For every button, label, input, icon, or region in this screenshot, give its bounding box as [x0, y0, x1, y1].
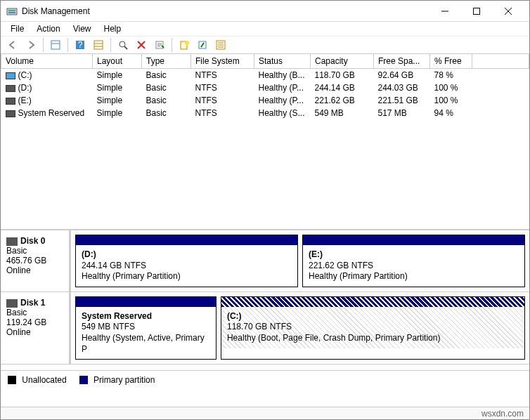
wizard-button[interactable]: [195, 37, 210, 53]
partition-cap: [76, 297, 216, 307]
window-title: Disk Management: [22, 6, 429, 16]
back-button[interactable]: [5, 37, 20, 53]
table-row[interactable]: (D:)SimpleBasicNTFSHealthy (P...244.14 G…: [1, 81, 529, 94]
cell-volume: (C:): [18, 70, 32, 80]
cell-type: Basic: [142, 81, 191, 94]
disk-graphical-view[interactable]: Disk 0Basic465.76 GBOnline(D:)244.14 GB …: [1, 230, 529, 370]
cell-status: Healthy (B...: [254, 69, 311, 82]
title-bar: Disk Management: [1, 1, 529, 22]
cell-type: Basic: [142, 94, 191, 107]
unallocated-swatch: [8, 376, 16, 384]
status-bar: wsxdn.com: [1, 407, 529, 419]
disk-state: Online: [6, 327, 63, 337]
cell-fs: NTFS: [191, 81, 254, 94]
partition[interactable]: System Reserved549 MB NTFSHealthy (Syste…: [75, 296, 216, 360]
cell-layout: Simple: [93, 69, 142, 82]
cell-volume: (D:): [18, 83, 32, 93]
col-empty[interactable]: [472, 54, 529, 69]
drive-icon: [6, 85, 15, 92]
cell-free: 92.64 GB: [374, 69, 430, 82]
partition-label: (C:): [227, 311, 519, 322]
show-hide-button[interactable]: [48, 37, 63, 53]
menu-action[interactable]: Action: [31, 22, 65, 35]
col-fs[interactable]: File System: [191, 54, 254, 69]
legend-primary: Primary partition: [79, 375, 155, 385]
cell-layout: Simple: [93, 81, 142, 94]
partition-desc: Healthy (Primary Partition): [82, 271, 292, 282]
toolbar: ?: [1, 36, 529, 54]
drive-icon: [6, 72, 15, 79]
delete-button[interactable]: [134, 37, 149, 53]
svg-rect-11: [94, 41, 103, 49]
maximize-button[interactable]: [460, 1, 492, 21]
svg-rect-2: [8, 12, 15, 13]
svg-rect-1: [8, 10, 15, 11]
partition-sub: 549 MB NTFS: [82, 322, 210, 333]
disk-icon: [6, 299, 18, 308]
disk-header[interactable]: Disk 0Basic465.76 GBOnline: [1, 230, 71, 291]
col-volume[interactable]: Volume: [1, 54, 93, 69]
disk-icon: [6, 237, 18, 246]
partition[interactable]: (C:)118.70 GB NTFSHealthy (Boot, Page Fi…: [221, 296, 525, 360]
cell-capacity: 118.70 GB: [311, 69, 374, 82]
drive-icon: [6, 98, 15, 105]
table-row[interactable]: (C:)SimpleBasicNTFSHealthy (B...118.70 G…: [1, 69, 529, 82]
disk-name: Disk 0: [20, 236, 45, 246]
col-pct[interactable]: % Free: [430, 54, 472, 69]
partition[interactable]: (E:)221.62 GB NTFSHealthy (Primary Parti…: [302, 235, 525, 287]
drive-icon: [6, 110, 15, 117]
col-free[interactable]: Free Spa...: [374, 54, 430, 69]
svg-point-20: [185, 41, 189, 45]
cell-fs: NTFS: [191, 94, 254, 107]
menu-help[interactable]: Help: [98, 22, 127, 35]
settings-button[interactable]: [91, 37, 106, 53]
disk-size: 119.24 GB: [6, 317, 63, 327]
cell-layout: Simple: [93, 107, 142, 119]
menu-view[interactable]: View: [67, 22, 97, 35]
cell-capacity: 549 MB: [311, 107, 374, 119]
menu-file[interactable]: File: [5, 22, 30, 35]
partition-label: (D:): [82, 249, 292, 261]
cell-volume: (E:): [18, 96, 32, 105]
col-type[interactable]: Type: [142, 54, 191, 69]
col-capacity[interactable]: Capacity: [311, 54, 374, 69]
partition-sub: 118.70 GB NTFS: [227, 322, 519, 333]
table-row[interactable]: System ReservedSimpleBasicNTFSHealthy (S…: [1, 107, 529, 119]
disk-header[interactable]: Disk 1Basic119.24 GBOnline: [1, 292, 71, 364]
volume-list[interactable]: Volume Layout Type File System Status Ca…: [1, 54, 529, 230]
cell-status: Healthy (S...: [254, 107, 311, 119]
partition[interactable]: (D:)244.14 GB NTFSHealthy (Primary Parti…: [75, 235, 298, 287]
partition-cap: [76, 235, 297, 245]
disk-type: Basic: [6, 246, 63, 256]
svg-rect-4: [473, 8, 479, 14]
table-row[interactable]: (E:)SimpleBasicNTFSHealthy (P...221.62 G…: [1, 94, 529, 107]
cell-status: Healthy (P...: [254, 81, 311, 94]
col-layout[interactable]: Layout: [93, 54, 142, 69]
cell-volume: System Reserved: [18, 108, 85, 118]
cell-pct: 100 %: [430, 81, 472, 94]
svg-rect-0: [7, 8, 17, 15]
partition-desc: Healthy (Boot, Page File, Crash Dump, Pr…: [227, 333, 519, 344]
svg-point-14: [119, 41, 125, 47]
svg-line-15: [124, 46, 127, 49]
minimize-button[interactable]: [429, 1, 460, 21]
cell-pct: 78 %: [430, 69, 472, 82]
disk-row: Disk 1Basic119.24 GBOnlineSystem Reserve…: [1, 292, 529, 365]
cell-status: Healthy (P...: [254, 94, 311, 107]
disk-type: Basic: [6, 308, 63, 317]
col-status[interactable]: Status: [254, 54, 311, 69]
cell-capacity: 244.14 GB: [311, 81, 374, 94]
disk-size: 465.76 GB: [6, 256, 63, 265]
new-button[interactable]: [176, 37, 192, 53]
close-button[interactable]: [492, 1, 524, 21]
help-button[interactable]: ?: [72, 37, 88, 53]
partition-sub: 221.62 GB NTFS: [309, 261, 519, 272]
forward-button[interactable]: [23, 37, 39, 53]
list-button[interactable]: [213, 37, 228, 53]
properties-button[interactable]: [152, 37, 167, 53]
disk-state: Online: [6, 265, 63, 275]
cell-type: Basic: [142, 107, 191, 119]
cell-layout: Simple: [93, 94, 142, 107]
rescan-button[interactable]: [115, 37, 131, 53]
app-icon: [6, 6, 18, 17]
